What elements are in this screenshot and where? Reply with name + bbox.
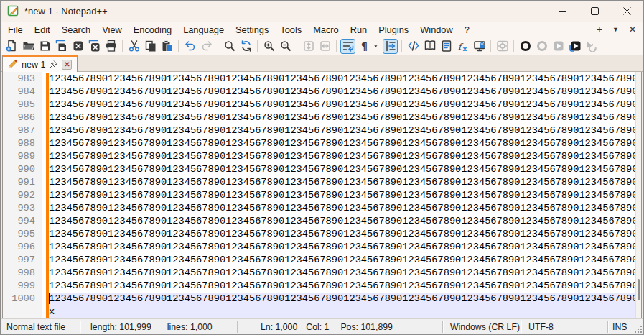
editor-line-997[interactable]: 1234567890123456789012345678901234567890… — [49, 254, 641, 267]
editor-line-995[interactable]: 1234567890123456789012345678901234567890… — [49, 228, 641, 241]
menu-tools[interactable]: Tools — [274, 23, 307, 37]
menu-window[interactable]: Window — [414, 23, 459, 37]
replace-icon[interactable] — [238, 39, 253, 54]
maximize-button[interactable] — [579, 1, 611, 22]
line-number[interactable]: 987 — [3, 124, 42, 137]
editor-line-990[interactable]: 1234567890123456789012345678901234567890… — [49, 163, 641, 176]
editor-line-983[interactable]: 1234567890123456789012345678901234567890… — [49, 73, 641, 86]
find-icon[interactable] — [222, 39, 237, 54]
menu-run[interactable]: Run — [345, 23, 373, 37]
save-icon[interactable] — [37, 39, 52, 54]
text-area[interactable]: 1234567890123456789012345678901234567890… — [49, 72, 641, 318]
paste-icon[interactable] — [159, 39, 174, 54]
line-number[interactable]: 994 — [3, 215, 42, 228]
line-number[interactable]: 988 — [3, 137, 42, 150]
status-eol-format[interactable]: Windows (CR LF) — [443, 321, 521, 333]
macro-stop-icon — [534, 39, 549, 54]
editor-line-993[interactable]: 1234567890123456789012345678901234567890… — [49, 202, 641, 215]
editor-line-987[interactable]: 1234567890123456789012345678901234567890… — [49, 124, 641, 137]
line-number[interactable]: 983 — [3, 73, 42, 86]
editor-line-992[interactable]: 1234567890123456789012345678901234567890… — [49, 189, 641, 202]
editor-line-989[interactable]: 1234567890123456789012345678901234567890… — [49, 150, 641, 163]
menu-language[interactable]: Language — [177, 23, 230, 37]
toolbar-separator — [490, 40, 491, 52]
close-button[interactable] — [611, 1, 643, 22]
status-column: Col: 1 — [306, 322, 329, 332]
line-number[interactable]: 984 — [3, 86, 42, 98]
function-list-icon[interactable]: fx — [455, 39, 470, 54]
toolbar-separator — [178, 40, 179, 52]
line-number[interactable]: 989 — [3, 150, 42, 163]
line-number[interactable]: 997 — [3, 254, 42, 267]
show-all-characters-dropdown-icon[interactable] — [373, 39, 381, 54]
cut-icon[interactable] — [126, 39, 141, 54]
line-number-margin[interactable]: 9839849859869879889899909919929939949959… — [3, 72, 42, 318]
menu-edit[interactable]: Edit — [29, 23, 56, 37]
macro-save-icon[interactable] — [567, 39, 582, 54]
line-number[interactable]: 992 — [3, 189, 42, 202]
minimize-button[interactable] — [546, 1, 579, 22]
zoom-out-icon[interactable] — [278, 39, 293, 54]
menu-settings[interactable]: Settings — [230, 23, 274, 37]
line-number[interactable]: 1000 — [3, 293, 42, 306]
close-file-icon[interactable] — [70, 39, 85, 54]
copy-icon[interactable] — [143, 39, 158, 54]
folder-as-workspace-icon[interactable] — [472, 39, 487, 54]
new-tab-icon[interactable]: + — [597, 24, 602, 35]
status-encoding[interactable]: UTF-8 — [521, 321, 608, 333]
tab-new-1[interactable]: new 1 ✕ — [2, 55, 78, 72]
menu-plugins[interactable]: Plugins — [373, 23, 414, 37]
menu-encoding[interactable]: Encoding — [128, 23, 177, 37]
editor-line-1000[interactable]: 1234567890123456789012345678901234567890… — [49, 293, 641, 306]
menu-search[interactable]: Search — [56, 23, 97, 37]
status-typing-mode[interactable]: INS — [608, 321, 630, 333]
editor-line-1000-wrapped[interactable]: x — [49, 306, 641, 318]
line-number[interactable]: 998 — [3, 267, 42, 280]
line-number[interactable]: 990 — [3, 163, 42, 176]
vertical-scrollbar[interactable] — [635, 72, 641, 318]
tab-list-icon[interactable]: ▼ — [612, 27, 619, 33]
editor-line-991[interactable]: 1234567890123456789012345678901234567890… — [49, 176, 641, 189]
menu-macro[interactable]: Macro — [307, 23, 345, 37]
editor-line-999[interactable]: 1234567890123456789012345678901234567890… — [49, 280, 641, 293]
editor-line-994[interactable]: 1234567890123456789012345678901234567890… — [49, 215, 641, 228]
show-all-characters-icon[interactable]: ¶ — [357, 39, 372, 54]
tab-label: new 1 — [22, 60, 45, 70]
vertical-scrollbar-thumb[interactable] — [638, 279, 640, 300]
line-number[interactable]: 985 — [3, 98, 42, 111]
macro-record-icon[interactable] — [518, 39, 533, 54]
pin-tab-icon[interactable] — [49, 60, 58, 69]
indent-guide-icon[interactable] — [383, 39, 398, 54]
menu-[interactable]: ? — [459, 23, 475, 37]
resize-grip[interactable] — [630, 319, 643, 334]
editor-line-998[interactable]: 1234567890123456789012345678901234567890… — [49, 267, 641, 280]
document-map-icon[interactable] — [422, 39, 437, 54]
svg-text:¶: ¶ — [361, 40, 368, 52]
menu-file[interactable]: File — [2, 23, 29, 37]
line-number[interactable]: 986 — [3, 111, 42, 124]
line-number[interactable]: 995 — [3, 228, 42, 241]
close-document-icon[interactable]: ✕ — [629, 25, 636, 34]
close-all-icon[interactable] — [87, 39, 102, 54]
define-language-icon[interactable] — [406, 39, 421, 54]
menu-view[interactable]: View — [96, 23, 128, 37]
undo-icon[interactable] — [182, 39, 197, 54]
editor-line-988[interactable]: 1234567890123456789012345678901234567890… — [49, 137, 641, 150]
line-number[interactable]: 993 — [3, 202, 42, 215]
zoom-in-icon[interactable] — [261, 39, 276, 54]
editor-line-986[interactable]: 1234567890123456789012345678901234567890… — [49, 111, 641, 124]
editor-line-984[interactable]: 1234567890123456789012345678901234567890… — [49, 86, 641, 98]
print-icon[interactable] — [103, 39, 118, 54]
new-file-icon[interactable] — [4, 39, 19, 54]
line-number[interactable]: 991 — [3, 176, 42, 189]
close-tab-icon[interactable]: ✕ — [62, 60, 72, 70]
document-list-icon[interactable] — [439, 39, 454, 54]
open-file-icon[interactable] — [21, 39, 36, 54]
editor-line-996[interactable]: 1234567890123456789012345678901234567890… — [49, 241, 641, 254]
line-number[interactable]: 999 — [3, 280, 42, 293]
save-all-icon[interactable] — [54, 39, 69, 54]
word-wrap-icon[interactable] — [340, 39, 355, 54]
editor-line-985[interactable]: 1234567890123456789012345678901234567890… — [49, 98, 641, 111]
line-number[interactable]: 996 — [3, 241, 42, 254]
text-editor[interactable]: 9839849859869879889899909919929939949959… — [2, 72, 642, 318]
